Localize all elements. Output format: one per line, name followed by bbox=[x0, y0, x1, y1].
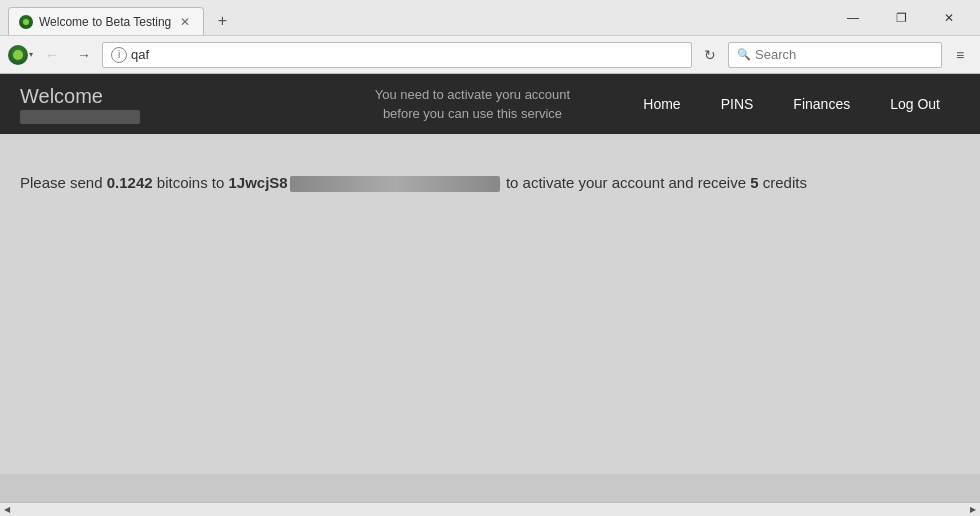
back-button[interactable]: ← bbox=[38, 41, 66, 69]
minimize-button[interactable]: — bbox=[830, 4, 876, 32]
address-prefix: 1JwcjS8 bbox=[229, 174, 288, 191]
tab-close-button[interactable]: ✕ bbox=[177, 14, 193, 30]
bottom-scrollbar: ◀ ▶ bbox=[0, 502, 980, 516]
search-box[interactable]: 🔍 bbox=[728, 42, 942, 68]
tab-favicon bbox=[19, 15, 33, 29]
scroll-track[interactable] bbox=[14, 503, 966, 516]
tab-title: Welcome to Beta Testing bbox=[39, 15, 171, 29]
new-tab-button[interactable]: + bbox=[208, 7, 236, 35]
site-header: Welcome You need to activate yoru accoun… bbox=[0, 74, 980, 134]
site-title: Welcome bbox=[20, 85, 322, 108]
active-tab[interactable]: Welcome to Beta Testing ✕ bbox=[8, 7, 204, 35]
activation-notice: You need to activate yoru account before… bbox=[322, 85, 624, 124]
tor-dropdown-icon: ▾ bbox=[29, 50, 33, 59]
scroll-right-button[interactable]: ▶ bbox=[966, 503, 980, 517]
credits-count: 5 bbox=[750, 174, 758, 191]
nav-logout[interactable]: Log Out bbox=[870, 74, 960, 134]
nav-home[interactable]: Home bbox=[623, 74, 700, 134]
close-button[interactable]: ✕ bbox=[926, 4, 972, 32]
search-input[interactable] bbox=[755, 47, 933, 62]
activation-line1: You need to activate yoru account bbox=[375, 87, 570, 102]
nav-pins[interactable]: PINS bbox=[701, 74, 774, 134]
site-nav: Home PINS Finances Log Out bbox=[623, 74, 960, 134]
currency-label: bitcoins to bbox=[153, 174, 229, 191]
bitcoin-amount: 0.1242 bbox=[107, 174, 153, 191]
info-icon: i bbox=[111, 47, 127, 63]
tab-area: Welcome to Beta Testing ✕ + bbox=[8, 0, 830, 35]
scroll-left-button[interactable]: ◀ bbox=[0, 503, 14, 517]
forward-button[interactable]: → bbox=[70, 41, 98, 69]
title-bar: Welcome to Beta Testing ✕ + — ❐ ✕ bbox=[0, 0, 980, 36]
url-box[interactable]: i bbox=[102, 42, 692, 68]
address-bar: ▾ ← → i ↻ 🔍 ≡ bbox=[0, 36, 980, 74]
refresh-button[interactable]: ↻ bbox=[696, 41, 724, 69]
address-redacted bbox=[290, 176, 500, 192]
message-suffix: to activate your account and receive bbox=[502, 174, 750, 191]
activation-message: Please send 0.1242 bitcoins to 1JwcjS8 t… bbox=[20, 174, 960, 192]
credits-label: credits bbox=[759, 174, 807, 191]
message-prefix: Please send bbox=[20, 174, 107, 191]
main-content: Please send 0.1242 bitcoins to 1JwcjS8 t… bbox=[0, 134, 980, 474]
nav-finances[interactable]: Finances bbox=[773, 74, 870, 134]
site-subtitle bbox=[20, 110, 140, 124]
tor-circle bbox=[8, 45, 28, 65]
maximize-button[interactable]: ❐ bbox=[878, 4, 924, 32]
search-icon: 🔍 bbox=[737, 48, 751, 61]
activation-line2: before you can use this service bbox=[383, 106, 562, 121]
menu-button[interactable]: ≡ bbox=[946, 41, 974, 69]
tor-icon[interactable]: ▾ bbox=[6, 41, 34, 69]
window-controls: — ❐ ✕ bbox=[830, 4, 972, 32]
url-input[interactable] bbox=[131, 47, 683, 62]
site-branding: Welcome bbox=[20, 85, 322, 124]
